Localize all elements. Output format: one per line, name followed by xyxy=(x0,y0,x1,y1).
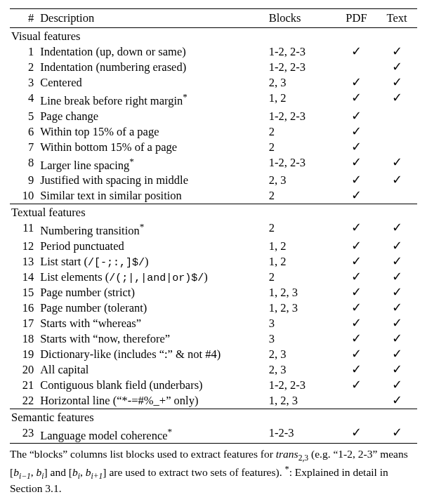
row-pdf: ✓ xyxy=(336,316,377,331)
row-number: 20 xyxy=(10,362,38,378)
row-number: 6 xyxy=(10,124,38,140)
row-blocks: 1, 2 xyxy=(267,91,336,109)
row-text: ✓ xyxy=(376,347,417,362)
col-desc: Description xyxy=(38,9,267,28)
row-number: 19 xyxy=(10,347,38,362)
row-number: 13 xyxy=(10,254,38,270)
row-description: Within bottom 15% of a page xyxy=(38,140,267,155)
row-text: ✓ xyxy=(376,393,417,409)
row-text: ✓ xyxy=(376,60,417,75)
table-row: 1Indentation (up, down or same)1-2, 2-3✓… xyxy=(10,44,417,60)
row-blocks: 2 xyxy=(267,124,336,140)
row-description: Numbering transition* xyxy=(38,220,267,239)
section-header: Semantic features xyxy=(10,409,417,425)
row-blocks: 2, 3 xyxy=(267,347,336,362)
row-description: Line break before right margin* xyxy=(38,91,267,109)
row-number: 4 xyxy=(10,91,38,109)
table-row: 20All capital2, 3✓✓ xyxy=(10,362,417,378)
row-blocks: 2, 3 xyxy=(267,362,336,378)
row-blocks: 2 xyxy=(267,270,336,285)
row-text: ✓ xyxy=(376,300,417,316)
row-pdf: ✓ xyxy=(336,300,377,316)
header-row: # Description Blocks PDF Text xyxy=(10,9,417,28)
row-pdf: ✓ xyxy=(336,109,377,124)
row-description: Page number (strict) xyxy=(38,285,267,300)
table-row: 13List start (/[-;:,]$/)1, 2✓✓ xyxy=(10,254,417,270)
row-number: 18 xyxy=(10,331,38,347)
row-text: ✓ xyxy=(376,362,417,378)
row-description: Page number (tolerant) xyxy=(38,300,267,316)
row-blocks: 1, 2, 3 xyxy=(267,285,336,300)
table-row: 12Period punctuated1, 2✓✓ xyxy=(10,239,417,254)
caption: The “blocks” columns list blocks used to… xyxy=(10,447,417,496)
row-pdf: ✓ xyxy=(336,254,377,270)
row-description: Indentation (up, down or same) xyxy=(38,44,267,60)
col-num: # xyxy=(10,9,38,28)
row-pdf: ✓ xyxy=(336,362,377,378)
row-number: 14 xyxy=(10,270,38,285)
row-blocks: 2, 3 xyxy=(267,173,336,188)
row-number: 15 xyxy=(10,285,38,300)
row-text: ✓ xyxy=(376,378,417,393)
row-number: 3 xyxy=(10,75,38,91)
row-pdf xyxy=(336,60,377,75)
row-description: Larger line spacing* xyxy=(38,155,267,173)
row-pdf: ✓ xyxy=(336,91,377,109)
row-description: Dictionary-like (includes “:” & not #4) xyxy=(38,347,267,362)
table-row: 14List elements (/(;|,|and|or)$/)2✓✓ xyxy=(10,270,417,285)
row-blocks: 1-2, 2-3 xyxy=(267,60,336,75)
row-description: List elements (/(;|,|and|or)$/) xyxy=(38,270,267,285)
row-description: Indentation (numbering erased) xyxy=(38,60,267,75)
row-pdf: ✓ xyxy=(336,155,377,173)
table-row: 15Page number (strict)1, 2, 3✓✓ xyxy=(10,285,417,300)
table-row: 11Numbering transition*2✓✓ xyxy=(10,220,417,239)
table-row: 3Centered2, 3✓✓ xyxy=(10,75,417,91)
row-text xyxy=(376,124,417,140)
row-pdf: ✓ xyxy=(336,347,377,362)
row-description: Within top 15% of a page xyxy=(38,124,267,140)
row-description: Horizontal line (“*-=#%_+” only) xyxy=(38,393,267,409)
col-pdf: PDF xyxy=(336,9,377,28)
row-blocks: 1-2, 2-3 xyxy=(267,155,336,173)
row-description: Centered xyxy=(38,75,267,91)
row-pdf: ✓ xyxy=(336,44,377,60)
row-blocks: 1-2-3 xyxy=(267,425,336,444)
row-number: 12 xyxy=(10,239,38,254)
row-blocks: 1-2, 2-3 xyxy=(267,378,336,393)
row-pdf: ✓ xyxy=(336,425,377,444)
row-blocks: 2 xyxy=(267,220,336,239)
row-description: Language model coherence* xyxy=(38,425,267,444)
row-blocks: 2, 3 xyxy=(267,75,336,91)
table-row: 23Language model coherence*1-2-3✓✓ xyxy=(10,425,417,444)
row-text: ✓ xyxy=(376,316,417,331)
row-blocks: 1, 2, 3 xyxy=(267,300,336,316)
row-description: Similar text in similar position xyxy=(38,188,267,204)
table-row: 22Horizontal line (“*-=#%_+” only)1, 2, … xyxy=(10,393,417,409)
row-number: 9 xyxy=(10,173,38,188)
table-row: 6Within top 15% of a page2✓ xyxy=(10,124,417,140)
row-text: ✓ xyxy=(376,173,417,188)
row-text: ✓ xyxy=(376,220,417,239)
table-row: 16Page number (tolerant)1, 2, 3✓✓ xyxy=(10,300,417,316)
row-description: List start (/[-;:,]$/) xyxy=(38,254,267,270)
row-description: Justified with spacing in middle xyxy=(38,173,267,188)
row-text: ✓ xyxy=(376,155,417,173)
table-row: 17Starts with “whereas”3✓✓ xyxy=(10,316,417,331)
row-text: ✓ xyxy=(376,44,417,60)
table-row: 21Contiguous blank field (underbars)1-2,… xyxy=(10,378,417,393)
row-pdf: ✓ xyxy=(336,285,377,300)
row-number: 5 xyxy=(10,109,38,124)
col-blocks: Blocks xyxy=(267,9,336,28)
table-row: 4Line break before right margin*1, 2✓✓ xyxy=(10,91,417,109)
row-blocks: 2 xyxy=(267,140,336,155)
row-text: ✓ xyxy=(376,425,417,444)
table-row: 10Similar text in similar position2✓ xyxy=(10,188,417,204)
row-blocks: 1, 2 xyxy=(267,254,336,270)
row-pdf: ✓ xyxy=(336,188,377,204)
row-number: 11 xyxy=(10,220,38,239)
row-number: 16 xyxy=(10,300,38,316)
row-number: 10 xyxy=(10,188,38,204)
row-number: 17 xyxy=(10,316,38,331)
table-row: 8Larger line spacing*1-2, 2-3✓✓ xyxy=(10,155,417,173)
features-table: # Description Blocks PDF Text Visual fea… xyxy=(10,8,417,444)
